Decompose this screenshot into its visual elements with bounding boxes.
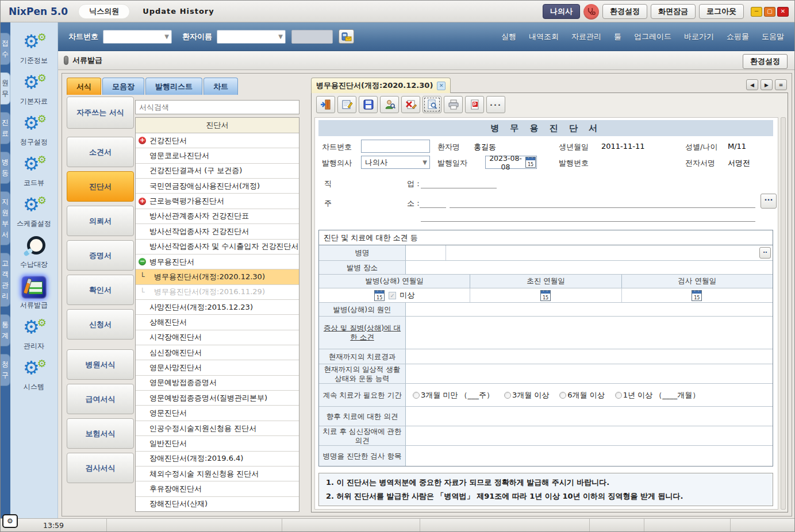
- module-tab[interactable]: 진료: [1, 112, 10, 144]
- address-line2[interactable]: [421, 221, 755, 222]
- disease-search-button[interactable]: ··: [759, 247, 771, 259]
- form-list-item[interactable]: 시각장애진단서: [136, 330, 299, 345]
- zipcode-line[interactable]: [420, 207, 446, 208]
- form-list-item[interactable]: 일반진단서: [136, 436, 299, 451]
- print-preview-button[interactable]: [423, 96, 441, 113]
- job-input-line[interactable]: [421, 188, 497, 188]
- menu-item[interactable]: 실행: [501, 32, 516, 42]
- page-settings-button[interactable]: 환경설정: [743, 54, 788, 69]
- patient-search-button[interactable]: [380, 96, 399, 113]
- sidebar-item[interactable]: 시스템: [11, 357, 56, 395]
- cause-field[interactable]: [406, 303, 773, 316]
- form-tab[interactable]: 차트: [203, 78, 238, 95]
- category-button[interactable]: 소견서: [67, 137, 134, 167]
- module-tab[interactable]: 통계: [1, 314, 10, 346]
- module-tab[interactable]: 병동: [1, 152, 10, 184]
- search-button[interactable]: [291, 30, 333, 44]
- expand-icon[interactable]: +: [139, 198, 146, 205]
- radio-option[interactable]: 3개월 이상: [504, 390, 549, 400]
- form-list-item[interactable]: 후유장애진단서: [136, 481, 299, 496]
- menu-item[interactable]: 도움말: [762, 32, 784, 42]
- form-list-item[interactable]: 체외수정시술 지원신청용 진단서: [136, 467, 299, 481]
- form-list-item[interactable]: 방사선작업종사자 건강진단서: [136, 224, 299, 239]
- sms-button[interactable]: [339, 29, 354, 44]
- update-history-link[interactable]: Update History: [143, 7, 214, 16]
- module-tab[interactable]: 지원부서: [1, 191, 10, 245]
- menu-item[interactable]: 쇼핑몰: [727, 32, 749, 42]
- next-tab-button[interactable]: ▶: [761, 79, 773, 90]
- post-disability-field[interactable]: [406, 426, 773, 445]
- sidebar-item[interactable]: 스케줄설정: [11, 194, 56, 232]
- sidebar-item[interactable]: 서류발급: [11, 275, 56, 313]
- radio-option[interactable]: 3개월 미만 （___주）: [413, 390, 494, 400]
- exam-items-field[interactable]: [406, 446, 773, 466]
- menu-item[interactable]: 툴: [614, 32, 621, 42]
- category-button[interactable]: 의뢰서: [67, 206, 134, 236]
- form-list-item[interactable]: └ 병무용진단서(개정:2016.11.29): [136, 285, 299, 300]
- form-list-item[interactable]: 상해진단서: [136, 315, 299, 330]
- symptoms-field[interactable]: [406, 317, 773, 349]
- document-tab[interactable]: 병무용진단서(개정:2020.12.30) ✕: [311, 78, 451, 93]
- pdf-button[interactable]: [465, 96, 484, 113]
- form-list-item[interactable]: 영문예방접종증명서: [136, 376, 299, 391]
- menu-item[interactable]: 업그레이드: [634, 32, 671, 42]
- menu-item[interactable]: 내역조회: [529, 32, 559, 42]
- close-tab-icon[interactable]: ✕: [437, 82, 445, 90]
- form-tab[interactable]: 모음장: [102, 78, 144, 95]
- exit-button[interactable]: [316, 96, 335, 113]
- category-button[interactable]: 보험서식: [67, 418, 134, 449]
- form-list-item[interactable]: 장해진단서(산재): [136, 497, 299, 511]
- menu-item[interactable]: 바로가기: [684, 32, 714, 42]
- prev-tab-button[interactable]: ◀: [746, 79, 758, 90]
- form-list-item[interactable]: 인공수정시술지원신청용 진단서: [136, 421, 299, 436]
- expand-icon[interactable]: +: [139, 137, 146, 144]
- form-list-item[interactable]: 장애진단서(개정:2019.6.4): [136, 452, 299, 467]
- sidebar-item[interactable]: 수납대장: [11, 234, 56, 272]
- form-tab[interactable]: 발행리스트: [145, 78, 202, 95]
- sidebar-item[interactable]: 기본자료: [11, 71, 56, 109]
- symptoms-label[interactable]: 증상 및 질병(상해)에 대한 소견: [319, 317, 406, 349]
- onset-place-field[interactable]: [406, 261, 773, 274]
- sidebar-item[interactable]: 청구설정: [11, 112, 56, 150]
- sidebar-item[interactable]: 관리자: [11, 316, 56, 354]
- address-line1[interactable]: [450, 207, 755, 208]
- category-button[interactable]: 신청서: [67, 309, 134, 340]
- radio-icon[interactable]: [413, 392, 420, 399]
- settings-button[interactable]: 환경설정: [602, 4, 647, 19]
- print-button[interactable]: [444, 96, 463, 113]
- radio-icon[interactable]: [559, 392, 566, 399]
- form-list-item[interactable]: 영문코로나진단서: [136, 148, 299, 163]
- category-button[interactable]: 진단서: [67, 171, 134, 202]
- chart-no-input[interactable]: [361, 140, 430, 153]
- form-list-item[interactable]: 영문진단서: [136, 406, 299, 421]
- tray-gear-icon[interactable]: ⚙: [2, 514, 18, 528]
- chart-no-combo[interactable]: ▼: [103, 30, 172, 44]
- radio-option[interactable]: 1년 이상 （____개월）: [615, 390, 700, 400]
- form-search-input[interactable]: [135, 100, 299, 114]
- disease-code-cell[interactable]: [406, 245, 446, 260]
- radio-option[interactable]: 6개월 이상: [559, 390, 604, 400]
- address-search-button[interactable]: ···: [761, 194, 777, 209]
- category-button[interactable]: 확인서: [67, 275, 134, 305]
- category-button[interactable]: 증명서: [67, 240, 134, 271]
- form-list-item[interactable]: 방사선작업종사자 및 수시출입자 건강진단서: [136, 240, 299, 255]
- form-list-item[interactable]: 심신장애진단서: [136, 345, 299, 360]
- vertical-scrollbar[interactable]: [781, 117, 786, 510]
- daily-life-field[interactable]: [406, 364, 773, 383]
- sidebar-item[interactable]: 기준정보: [11, 30, 56, 68]
- form-list-item[interactable]: − 병무용진단서: [136, 255, 299, 269]
- onset-calendar-icon[interactable]: 15: [374, 290, 385, 301]
- radio-icon[interactable]: [504, 392, 511, 399]
- logout-button[interactable]: 로그아웃: [699, 4, 744, 19]
- form-tab[interactable]: 서식: [67, 78, 101, 95]
- category-button[interactable]: 급여서식: [67, 384, 134, 414]
- form-list-item[interactable]: 사망진단서(개정:2015.12.23): [136, 300, 299, 315]
- form-list-item[interactable]: 국민연금장애심사용진단서(개정): [136, 179, 299, 194]
- edit-form-button[interactable]: [337, 96, 356, 113]
- category-button[interactable]: 검사서식: [67, 453, 134, 483]
- minimize-icon[interactable]: ─: [751, 7, 762, 17]
- calendar-icon[interactable]: 15: [525, 157, 536, 168]
- menu-item[interactable]: 자료관리: [571, 32, 601, 42]
- form-list-item[interactable]: + 건강진단서: [136, 133, 299, 148]
- issue-date-picker[interactable]: 2023-08-08 15: [485, 156, 537, 169]
